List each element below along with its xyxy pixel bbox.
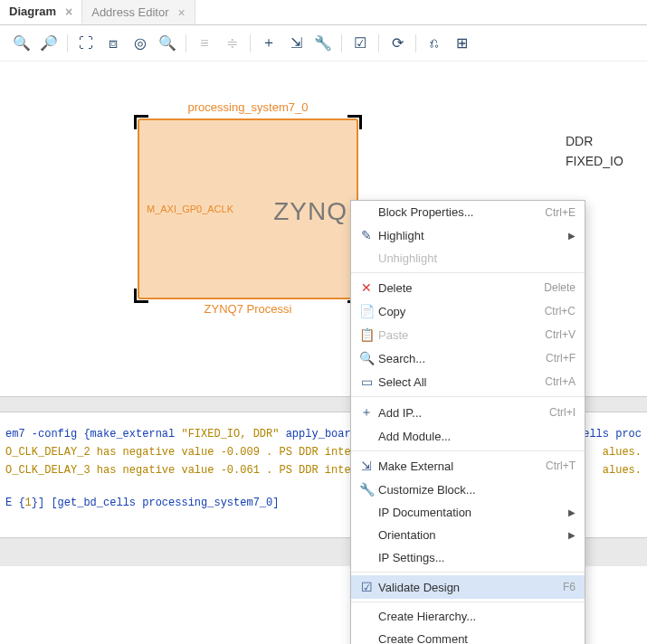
console-text: 1 bbox=[25, 497, 32, 509]
port-ddr[interactable]: DDR bbox=[566, 134, 623, 148]
menu-label: Search... bbox=[378, 352, 537, 365]
validate-icon[interactable]: ☑ bbox=[347, 31, 373, 56]
console-text: em7 -config {make_external bbox=[5, 428, 181, 440]
menu-shortcut: F6 bbox=[563, 581, 576, 593]
tab-bar: Diagram × Address Editor × bbox=[0, 0, 647, 25]
refresh-icon[interactable]: ⟳ bbox=[385, 31, 410, 56]
menu-item-ip-documentation[interactable]: IP Documentation▶ bbox=[351, 501, 585, 524]
layout-icon[interactable]: ⎌ bbox=[422, 31, 447, 56]
menu-shortcut: Delete bbox=[544, 281, 576, 294]
menu-item-highlight[interactable]: ✎Highlight▶ bbox=[351, 223, 585, 247]
tab-label: Address Editor bbox=[91, 5, 168, 19]
menu-item-unhighlight: Unhighlight bbox=[351, 247, 585, 270]
tab-diagram[interactable]: Diagram × bbox=[0, 0, 82, 24]
customize-icon[interactable]: 🔧 bbox=[310, 31, 336, 56]
selection-handle[interactable] bbox=[134, 289, 148, 303]
menu-separator bbox=[351, 396, 585, 397]
make-external-icon[interactable]: ⇲ bbox=[283, 31, 309, 56]
menu-item-delete[interactable]: ✕DeleteDelete bbox=[351, 276, 585, 299]
menu-shortcut: Ctrl+C bbox=[545, 305, 576, 317]
menu-label: Delete bbox=[378, 281, 535, 295]
add-icon[interactable]: ＋ bbox=[256, 31, 281, 56]
port-fixed-io[interactable]: FIXED_IO bbox=[566, 154, 623, 168]
menu-label: Validate Design bbox=[378, 581, 554, 594]
menu-label: Paste bbox=[378, 328, 536, 342]
menu-label: Block Properties... bbox=[378, 205, 536, 219]
tab-address-editor[interactable]: Address Editor × bbox=[82, 0, 195, 24]
menu-item-create-comment[interactable]: Create Comment bbox=[351, 628, 585, 644]
menu-item-select-all[interactable]: ▭Select AllCtrl+A bbox=[351, 370, 585, 393]
menu-item-validate-design[interactable]: ☑Validate DesignF6 bbox=[351, 575, 585, 599]
make-external-icon: ⇲ bbox=[355, 459, 378, 473]
menu-shortcut: Ctrl+I bbox=[549, 406, 576, 419]
console-text: alues. bbox=[603, 461, 642, 479]
menu-item-block-properties[interactable]: Block Properties...Ctrl+E bbox=[351, 201, 585, 223]
zoom-out-icon[interactable]: 🔎 bbox=[36, 31, 62, 56]
menu-label: Create Hierarchy... bbox=[378, 610, 576, 623]
menu-separator bbox=[351, 572, 585, 573]
menu-item-orientation[interactable]: Orientation▶ bbox=[351, 524, 585, 546]
zoom-in-icon[interactable]: 🔍 bbox=[9, 31, 34, 56]
menu-label: IP Documentation bbox=[378, 506, 563, 519]
expand-icon[interactable]: ≑ bbox=[219, 31, 244, 56]
settings-icon[interactable]: ⊞ bbox=[449, 31, 474, 56]
diagram-canvas[interactable]: processing_system7_0 M_AXI_GP0_ACLK ZYNQ… bbox=[0, 62, 647, 396]
fit-icon[interactable]: ⛶ bbox=[73, 31, 99, 56]
menu-shortcut: Ctrl+F bbox=[546, 352, 576, 365]
menu-label: Add Module... bbox=[378, 430, 576, 443]
paste-icon: 📋 bbox=[355, 327, 378, 342]
target-icon[interactable]: ◎ bbox=[128, 31, 153, 56]
block-title: processing_system7_0 bbox=[139, 100, 357, 114]
console-text: alues. bbox=[603, 443, 642, 461]
menu-label: Make External bbox=[378, 459, 537, 473]
highlight-icon: ✎ bbox=[355, 228, 378, 242]
menu-label: Copy bbox=[378, 305, 536, 318]
menu-item-add-ip[interactable]: ＋Add IP...Ctrl+I bbox=[351, 400, 585, 425]
menu-separator bbox=[351, 601, 585, 602]
collapse-icon[interactable]: ≡ bbox=[192, 31, 217, 56]
search-icon[interactable]: 🔍 bbox=[155, 31, 180, 56]
delete-icon: ✕ bbox=[355, 280, 378, 295]
console-text: "FIXED_IO, DDR" bbox=[181, 428, 279, 440]
console-text: }] [get_bd_cells processing_system7_0] bbox=[32, 497, 280, 509]
menu-item-add-module[interactable]: Add Module... bbox=[351, 425, 585, 448]
context-menu: Block Properties...Ctrl+E✎Highlight▶Unhi… bbox=[350, 200, 585, 644]
add-ip--icon: ＋ bbox=[355, 404, 378, 421]
block-port[interactable]: M_AXI_GP0_ACLK bbox=[147, 204, 233, 214]
menu-label: Unhighlight bbox=[378, 251, 576, 265]
menu-separator bbox=[351, 450, 585, 451]
menu-label: IP Settings... bbox=[378, 551, 576, 564]
external-ports: DDR FIXED_IO bbox=[566, 134, 623, 174]
menu-item-ip-settings[interactable]: IP Settings... bbox=[351, 546, 585, 569]
submenu-arrow-icon: ▶ bbox=[568, 530, 576, 540]
customize-block--icon: 🔧 bbox=[355, 482, 378, 497]
tab-label: Diagram bbox=[9, 5, 56, 18]
select-all-icon: ▭ bbox=[355, 374, 378, 389]
block-footer: ZYNQ7 Processi bbox=[139, 302, 357, 316]
menu-label: Add IP... bbox=[378, 406, 540, 420]
menu-item-paste: 📋PasteCtrl+V bbox=[351, 323, 585, 346]
menu-shortcut: Ctrl+T bbox=[546, 459, 576, 472]
close-icon[interactable]: × bbox=[177, 5, 185, 20]
selection-handle[interactable] bbox=[347, 115, 362, 129]
close-icon[interactable]: × bbox=[65, 5, 72, 19]
menu-item-make-external[interactable]: ⇲Make ExternalCtrl+T bbox=[351, 454, 585, 478]
search--icon: 🔍 bbox=[355, 351, 378, 365]
menu-separator bbox=[351, 272, 585, 273]
menu-item-customize-block[interactable]: 🔧Customize Block... bbox=[351, 478, 585, 501]
validate-design-icon: ☑ bbox=[355, 580, 378, 594]
block-logo-text: ZYNQ bbox=[273, 197, 347, 226]
selection-handle[interactable] bbox=[134, 115, 148, 129]
menu-shortcut: Ctrl+A bbox=[545, 375, 576, 388]
menu-shortcut: Ctrl+E bbox=[545, 206, 576, 219]
menu-item-create-hierarchy[interactable]: Create Hierarchy... bbox=[351, 605, 585, 628]
fit-selection-icon[interactable]: ⧈ bbox=[100, 31, 126, 56]
submenu-arrow-icon: ▶ bbox=[568, 231, 576, 241]
menu-label: Create Comment bbox=[378, 632, 576, 644]
menu-item-copy[interactable]: 📄CopyCtrl+C bbox=[351, 299, 585, 323]
submenu-arrow-icon: ▶ bbox=[568, 507, 576, 517]
menu-label: Customize Block... bbox=[378, 483, 576, 497]
menu-shortcut: Ctrl+V bbox=[545, 328, 576, 341]
menu-item-search[interactable]: 🔍Search...Ctrl+F bbox=[351, 346, 585, 370]
ip-block-zynq[interactable]: processing_system7_0 M_AXI_GP0_ACLK ZYNQ… bbox=[138, 118, 358, 299]
